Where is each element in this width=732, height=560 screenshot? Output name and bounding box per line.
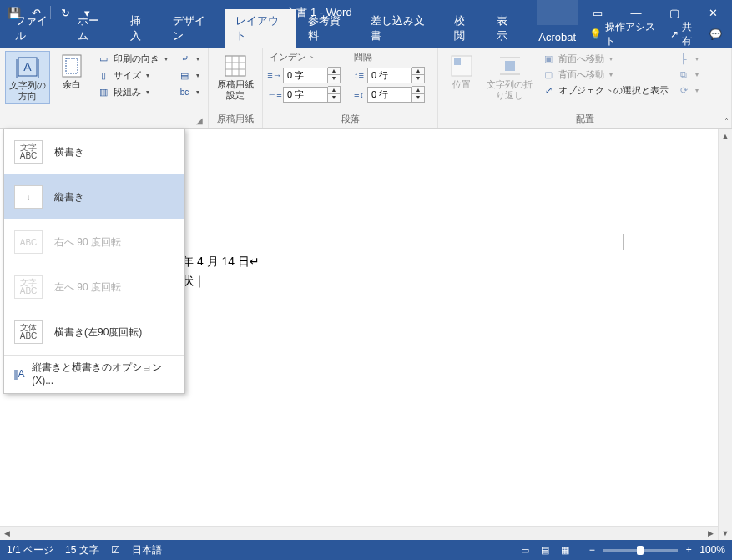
indent-title: インデント: [268, 51, 341, 63]
indent-left-icon: ≡→: [268, 68, 281, 82]
hscroll-left[interactable]: ◀: [0, 529, 14, 537]
size-button[interactable]: ▯サイズ▾: [93, 68, 171, 83]
tab-display[interactable]: 表示: [487, 9, 528, 48]
margins-button[interactable]: 余白: [53, 51, 90, 104]
space-before-spinner[interactable]: ▲▼: [412, 67, 425, 83]
paragraph-group-label: 段落: [268, 113, 432, 128]
space-after-input[interactable]: [367, 87, 412, 103]
status-language[interactable]: 日本語: [132, 543, 162, 557]
group-icon: ⧉: [677, 68, 690, 81]
indent-right-icon: ←≡: [268, 88, 281, 101]
selection-pane-icon: ⤢: [542, 83, 555, 97]
document-text[interactable]: 年 4 月 14 日↵ 状｜: [182, 252, 260, 291]
margins-label: 余白: [63, 79, 81, 90]
horizontal-scrollbar[interactable]: ◀ ▶: [0, 526, 718, 540]
space-before-icon: ↕≡: [352, 68, 366, 82]
dd-vertical[interactable]: ↓ 縦書き: [4, 174, 184, 219]
bring-forward-icon: ▣: [542, 52, 555, 65]
dd-horizontal[interactable]: 文字 ABC 横書き: [4, 129, 184, 174]
dd-rotate-left: 文字 ABC 左へ 90 度回転: [4, 265, 184, 310]
dd-horizontal-rotated-icon: 文体 ABC: [14, 320, 43, 344]
manuscript-group-label: 原稿用紙: [214, 113, 257, 128]
wrap-text-icon: [497, 53, 523, 79]
send-backward-icon: ▢: [542, 68, 555, 81]
breaks-button[interactable]: ⤶▾: [174, 51, 203, 66]
view-read-mode[interactable]: ▭: [516, 542, 534, 557]
vertical-scrollbar[interactable]: ▲ ▼: [718, 129, 732, 540]
status-word-count[interactable]: 15 文字: [65, 543, 99, 557]
manuscript-label: 原稿用紙 設定: [217, 79, 254, 101]
margins-icon: [58, 53, 85, 79]
vscroll-up[interactable]: ▲: [719, 129, 732, 143]
zoom-slider[interactable]: [603, 549, 678, 552]
orientation-icon: ▭: [97, 52, 110, 65]
zoom-out-button[interactable]: −: [586, 544, 598, 556]
rotate-icon: ⟳: [677, 83, 690, 97]
dd-options[interactable]: ‖A 縦書きと横書きのオプション(X)...: [4, 355, 184, 393]
position-button: 位置: [443, 51, 480, 103]
align-button: ╞▾: [674, 51, 701, 66]
page-setup-launcher[interactable]: ◢: [196, 116, 203, 125]
svg-rect-6: [225, 56, 245, 76]
text-direction-icon: A: [14, 53, 41, 80]
breaks-icon: ⤶: [178, 52, 191, 65]
zoom-percent[interactable]: 100%: [699, 544, 725, 556]
tab-layout[interactable]: レイアウト: [225, 9, 296, 48]
position-label: 位置: [452, 79, 471, 90]
bring-forward-button: ▣前面へ移動▾: [539, 51, 671, 66]
arrange-group-label: 配置: [443, 113, 726, 128]
send-backward-button: ▢背面へ移動▾: [539, 67, 671, 82]
size-icon: ▯: [97, 68, 110, 82]
view-web-layout[interactable]: ▦: [556, 542, 574, 557]
zoom-in-button[interactable]: +: [683, 544, 694, 556]
dd-vertical-icon: ↓: [14, 185, 43, 209]
view-print-layout[interactable]: ▤: [536, 542, 554, 557]
page-setup-group-label: ◢: [5, 125, 203, 128]
tab-home[interactable]: ホーム: [68, 9, 119, 48]
tab-mailings[interactable]: 差し込み文書: [361, 9, 442, 48]
tab-file[interactable]: ファイル: [5, 9, 66, 48]
share-button[interactable]: ↗ 共有: [670, 20, 699, 48]
status-page[interactable]: 1/1 ページ: [7, 543, 53, 557]
tell-me-button[interactable]: 💡 操作アシスト: [589, 20, 660, 48]
collapse-ribbon-button[interactable]: ˄: [724, 117, 729, 126]
dd-rotate-right-icon: ABC: [14, 230, 43, 254]
tab-insert[interactable]: 挿入: [120, 9, 161, 48]
status-proofing-icon[interactable]: ☑: [111, 544, 120, 556]
hscroll-right[interactable]: ▶: [704, 529, 718, 537]
tab-design[interactable]: デザイン: [163, 9, 224, 48]
space-after-spinner[interactable]: ▲▼: [412, 86, 425, 103]
columns-icon: ▥: [97, 85, 110, 98]
comments-icon[interactable]: 💬: [709, 28, 722, 40]
dd-rotate-left-icon: 文字 ABC: [14, 275, 43, 299]
dd-horizontal-icon: 文字 ABC: [14, 140, 43, 164]
manuscript-button[interactable]: 原稿用紙 設定: [214, 51, 257, 103]
group-button: ⧉▾: [674, 67, 701, 82]
text-direction-button[interactable]: A 文字列の 方向: [5, 51, 50, 104]
hyphenation-button[interactable]: bc▾: [174, 84, 203, 99]
tab-review[interactable]: 校閲: [444, 9, 485, 48]
account-area[interactable]: [537, 0, 578, 25]
orientation-button[interactable]: ▭印刷の向き▾: [93, 51, 171, 66]
vscroll-down[interactable]: ▼: [719, 526, 732, 540]
tab-acrobat[interactable]: Acrobat: [528, 27, 586, 48]
tab-references[interactable]: 参考資料: [298, 9, 359, 48]
hyphenation-icon: bc: [178, 85, 191, 98]
space-before-input[interactable]: [367, 68, 412, 83]
indent-left-spinner[interactable]: ▲▼: [328, 67, 341, 83]
indent-left-input[interactable]: [283, 68, 328, 83]
line-numbers-button[interactable]: ▤▾: [174, 68, 203, 83]
wrap-text-button: 文字列の折 り返し: [483, 51, 536, 103]
rotate-button: ⟳▾: [674, 83, 701, 98]
position-icon: [448, 53, 475, 79]
columns-button[interactable]: ▥段組み▾: [93, 84, 171, 99]
line-numbers-icon: ▤: [178, 68, 191, 82]
selection-pane-button[interactable]: ⤢オブジェクトの選択と表示: [539, 83, 671, 98]
text-direction-label: 文字列の 方向: [9, 80, 46, 102]
indent-right-input[interactable]: [283, 87, 328, 103]
align-icon: ╞: [677, 52, 690, 65]
spacing-title: 間隔: [352, 51, 425, 63]
indent-right-spinner[interactable]: ▲▼: [328, 86, 341, 103]
dd-horizontal-rotated[interactable]: 文体 ABC 横書き(左90度回転): [4, 310, 184, 355]
space-after-icon: ≡↕: [352, 88, 366, 101]
